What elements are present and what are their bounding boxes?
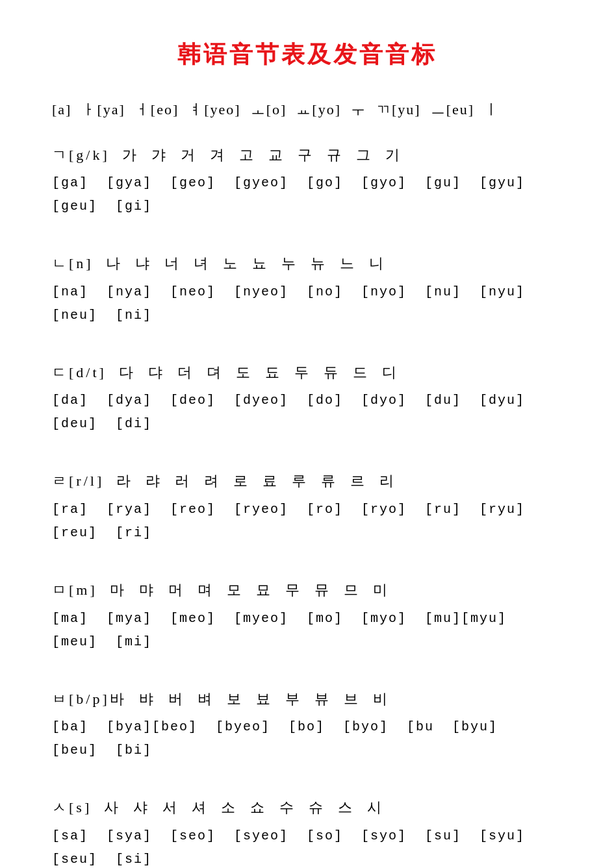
consonant-block-r: ㄹ[r/l] 라 랴 러 려 로 료 루 류 르 리 [ra] [rya] [r… xyxy=(52,468,562,545)
consonant-row-b: ㅂ[b/p]바 뱌 버 벼 보 뵤 부 뷰 브 비 xyxy=(52,686,562,712)
romanization-row-b: [ba] [bya][beo] [byeo] [bo] [byo] [bu [b… xyxy=(52,715,562,762)
consonant-row-g: ㄱ[g/k] 가 갸 거 겨 고 교 구 규 그 기 xyxy=(52,142,562,168)
consonant-row-m: ㅁ[m] 마 먀 머 며 모 묘 무 뮤 므 미 xyxy=(52,577,562,603)
consonant-block-m: ㅁ[m] 마 먀 머 며 모 묘 무 뮤 므 미 [ma] [mya] [meo… xyxy=(52,577,562,654)
consonant-block-n: ㄴ[n] 나 냐 너 녀 노 뇨 누 뉴 느 니 [na] [nya] [neo… xyxy=(52,251,562,327)
romanization-row-m: [ma] [mya] [meo] [myeo] [mo] [myo] [mu][… xyxy=(52,607,562,654)
romanization-row-r: [ra] [rya] [reo] [ryeo] [ro] [ryo] [ru] … xyxy=(52,498,562,545)
romanization-row-s: [sa] [sya] [seo] [syeo] [so] [syo] [su] … xyxy=(52,825,562,868)
vowel-section: [a] ㅏ[ya] ㅓ[eo] ㅕ[yeo] ㅗ[o] ㅛ[yo] ㅜ ㄲ[yu… xyxy=(52,97,562,123)
consonant-block-s: ㅅ[s] 사 샤 서 셔 소 쇼 수 슈 스 시 [sa] [sya] [seo… xyxy=(52,795,562,868)
consonant-row-s: ㅅ[s] 사 샤 서 셔 소 쇼 수 슈 스 시 xyxy=(52,795,562,821)
romanization-row-g: [ga] [gya] [geo] [gyeo] [go] [gyo] [gu] … xyxy=(52,171,562,218)
consonant-block-b: ㅂ[b/p]바 뱌 버 벼 보 뵤 부 뷰 브 비 [ba] [bya][beo… xyxy=(52,686,562,763)
romanization-row-n: [na] [nya] [neo] [nyeo] [no] [nyo] [nu] … xyxy=(52,280,562,327)
consonant-row-r: ㄹ[r/l] 라 랴 러 려 로 료 루 류 르 리 xyxy=(52,468,562,494)
consonant-row-n: ㄴ[n] 나 냐 너 녀 노 뇨 누 뉴 느 니 xyxy=(52,251,562,277)
consonant-block-g: ㄱ[g/k] 가 갸 거 겨 고 교 구 규 그 기 [ga] [gya] [g… xyxy=(52,142,562,219)
consonant-block-d: ㄷ[d/t] 다 댜 더 뎌 도 됴 두 듀 드 디 [da] [dya] [d… xyxy=(52,360,562,436)
romanization-row-d: [da] [dya] [deo] [dyeo] [do] [dyo] [du] … xyxy=(52,389,562,436)
vowel-row: [a] ㅏ[ya] ㅓ[eo] ㅕ[yeo] ㅗ[o] ㅛ[yo] ㅜ ㄲ[yu… xyxy=(52,97,562,123)
page-title: 韩语音节表及发音音标 xyxy=(52,39,562,71)
consonant-row-d: ㄷ[d/t] 다 댜 더 뎌 도 됴 두 듀 드 디 xyxy=(52,360,562,386)
